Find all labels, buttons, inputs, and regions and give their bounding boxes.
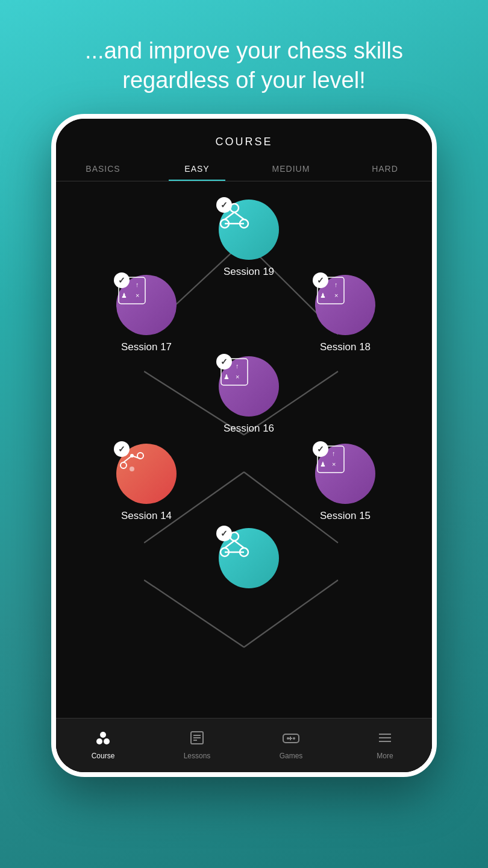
svg-point-39 <box>130 454 134 458</box>
svg-point-42 <box>240 548 248 556</box>
svg-point-41 <box>221 548 229 556</box>
session-18-node[interactable]: × ↑ ♟ × Session 18 <box>315 275 375 353</box>
bottom-navigation: Course Lessons <box>56 718 432 772</box>
session-17-label: Session 17 <box>121 341 172 353</box>
more-icon <box>377 731 393 749</box>
svg-text:♟: ♟ <box>224 373 230 380</box>
check-badge-14 <box>114 441 130 457</box>
session-18-label: Session 18 <box>320 341 371 353</box>
check-badge-16 <box>216 354 232 370</box>
svg-line-11 <box>225 212 234 219</box>
session-13-node[interactable] <box>219 528 279 588</box>
svg-line-44 <box>234 541 244 548</box>
svg-point-55 <box>293 737 295 740</box>
svg-line-37 <box>124 456 132 462</box>
session-15-label: Session 15 <box>320 510 371 522</box>
course-map: Session 19 × ↑ ♟ × Session 18 <box>56 181 432 718</box>
nav-more-label: More <box>377 752 393 760</box>
header-tagline: ...and improve your chess skills regardl… <box>0 0 488 114</box>
session-16-node[interactable]: × ↑ ♟ × Session 16 <box>219 356 279 435</box>
games-icon <box>282 731 300 749</box>
check-badge-17 <box>114 272 130 288</box>
course-title: COURSE <box>56 119 432 158</box>
nav-lessons[interactable]: Lessons <box>150 731 244 760</box>
svg-text:♟: ♟ <box>320 292 326 299</box>
svg-point-48 <box>100 732 106 738</box>
check-badge-15 <box>313 441 328 457</box>
svg-point-35 <box>137 453 143 459</box>
svg-line-38 <box>132 456 140 459</box>
nav-lessons-label: Lessons <box>184 752 211 760</box>
nav-course[interactable]: Course <box>56 731 150 760</box>
session-14-node[interactable]: Session 14 <box>116 444 177 522</box>
svg-text:♟: ♟ <box>121 292 127 299</box>
svg-line-43 <box>225 541 234 548</box>
nav-games[interactable]: Games <box>244 731 338 760</box>
course-icon <box>95 731 111 749</box>
session-15-node[interactable]: × ↑ ♟ × Session 15 <box>315 444 375 522</box>
tab-basics[interactable]: BASICS <box>56 158 150 181</box>
svg-line-7 <box>244 580 338 647</box>
check-badge-19 <box>216 197 232 213</box>
nav-games-label: Games <box>280 752 303 760</box>
svg-point-47 <box>104 738 110 744</box>
svg-line-6 <box>144 580 244 647</box>
svg-point-46 <box>96 738 102 744</box>
svg-text:♟: ♟ <box>320 461 326 468</box>
tab-medium[interactable]: MEDIUM <box>244 158 338 181</box>
session-14-label: Session 14 <box>121 510 172 522</box>
session-17-node[interactable]: × ↑ ♟ × Session 17 <box>116 275 177 353</box>
svg-text:↑: ↑ <box>332 450 336 457</box>
tab-easy[interactable]: EASY <box>150 158 244 181</box>
difficulty-tabs: BASICS EASY MEDIUM HARD <box>56 158 432 181</box>
svg-point-9 <box>221 219 229 228</box>
svg-text:↑: ↑ <box>136 281 139 288</box>
svg-text:↑: ↑ <box>334 281 338 288</box>
phone-mockup: COURSE BASICS EASY MEDIUM HARD <box>51 114 437 777</box>
session-16-label: Session 16 <box>224 423 274 435</box>
svg-point-36 <box>130 467 134 471</box>
svg-point-34 <box>120 462 127 468</box>
svg-text:×: × <box>136 292 139 299</box>
session-19-node[interactable]: Session 19 <box>219 200 279 278</box>
session-19-label: Session 19 <box>224 266 274 278</box>
lessons-icon <box>189 731 205 749</box>
nav-more[interactable]: More <box>338 731 432 760</box>
tab-hard[interactable]: HARD <box>338 158 432 181</box>
svg-text:×: × <box>334 292 338 299</box>
svg-text:↑: ↑ <box>236 362 239 370</box>
check-badge-18 <box>313 272 328 288</box>
nav-course-label: Course <box>92 752 115 760</box>
svg-text:×: × <box>236 373 239 380</box>
svg-text:×: × <box>332 461 336 468</box>
check-badge-13 <box>216 526 232 541</box>
svg-point-10 <box>240 219 248 228</box>
svg-line-12 <box>234 212 244 219</box>
